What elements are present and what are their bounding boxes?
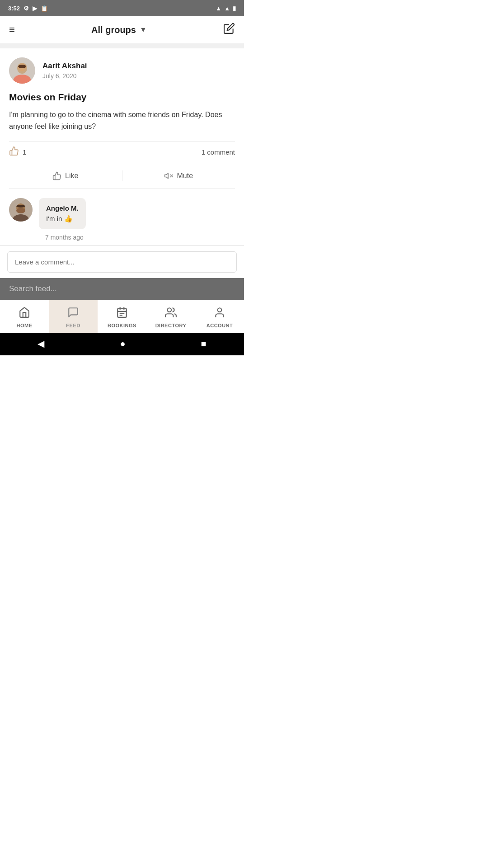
comment-author: Angelo M. <box>46 204 79 212</box>
home-icon <box>19 307 30 321</box>
svg-point-20 <box>218 308 222 312</box>
like-button-label: Like <box>65 172 78 180</box>
nav-directory[interactable]: DIRECTORY <box>146 300 195 333</box>
home-button[interactable]: ● <box>120 339 125 349</box>
settings-icon: ⚙ <box>23 5 29 12</box>
post-title: Movies on Friday <box>9 92 235 103</box>
nav-directory-label: DIRECTORY <box>155 323 187 328</box>
svg-point-11 <box>16 208 25 213</box>
account-icon <box>214 307 225 321</box>
post-header: Aarit Akshai July 6, 2020 <box>9 57 235 84</box>
groups-label: All groups <box>91 25 136 35</box>
comment-text: I'm in 👍 <box>46 215 79 223</box>
play-icon: ▶ <box>33 5 37 12</box>
post-meta: Aarit Akshai July 6, 2020 <box>42 61 87 80</box>
nav-feed[interactable]: FEED <box>49 300 98 333</box>
nav-bookings[interactable]: BOOKINGS <box>98 300 146 333</box>
battery-icon: ▮ <box>233 5 236 12</box>
clipboard-icon: 📋 <box>41 5 48 12</box>
mute-button[interactable]: Mute <box>122 165 235 187</box>
signal-icon: ▲ <box>224 5 230 12</box>
author-avatar <box>9 57 35 84</box>
like-thumb-icon <box>9 146 19 158</box>
svg-point-19 <box>167 308 171 312</box>
svg-point-12 <box>16 205 25 208</box>
top-bar: ≡ All groups ▼ <box>0 16 244 44</box>
commenter-avatar <box>9 198 33 222</box>
status-time: 3:52 <box>8 5 20 12</box>
comment-input[interactable] <box>7 251 237 273</box>
comment-bubble: Angelo M. I'm in 👍 <box>39 198 86 229</box>
post-container: Aarit Akshai July 6, 2020 Movies on Frid… <box>0 48 244 189</box>
status-bar: 3:52 ⚙ ▶ 📋 ▲ ▲ ▮ <box>0 0 244 16</box>
comment-section: Angelo M. I'm in 👍 <box>0 189 244 229</box>
nav-bookings-label: BOOKINGS <box>108 323 136 328</box>
comment-count: 1 comment <box>202 148 235 156</box>
like-row: 1 1 comment <box>9 141 235 163</box>
action-row: Like Mute <box>9 163 235 189</box>
directory-icon <box>165 307 177 321</box>
svg-rect-13 <box>117 309 127 318</box>
wifi-icon: ▲ <box>216 5 221 12</box>
search-placeholder: Search feed... <box>9 284 57 293</box>
like-count: 1 <box>9 146 26 158</box>
system-nav: ◀ ● ■ <box>0 333 244 355</box>
like-number: 1 <box>23 148 26 156</box>
svg-point-4 <box>18 65 26 68</box>
post-body: I'm planning to go to the cinema with so… <box>9 109 235 132</box>
nav-feed-label: FEED <box>66 323 80 328</box>
like-button[interactable]: Like <box>9 165 122 187</box>
search-bar[interactable]: Search feed... <box>0 278 244 300</box>
nav-account[interactable]: ACCOUNT <box>195 300 244 333</box>
groups-title[interactable]: All groups ▼ <box>91 25 147 35</box>
bottom-nav: HOME FEED BOOKINGS <box>0 300 244 333</box>
post-date: July 6, 2020 <box>42 72 87 80</box>
compose-icon[interactable] <box>223 23 235 37</box>
nav-account-label: ACCOUNT <box>206 323 233 328</box>
nav-home[interactable]: HOME <box>0 300 49 333</box>
dropdown-arrow-icon: ▼ <box>140 26 147 34</box>
feed-icon <box>67 307 79 321</box>
menu-icon[interactable]: ≡ <box>9 24 15 36</box>
bookings-icon <box>116 307 128 321</box>
post-author-name: Aarit Akshai <box>42 61 87 71</box>
recents-button[interactable]: ■ <box>201 339 206 349</box>
comment-input-row <box>0 245 244 278</box>
comment-time: 7 months ago <box>36 229 244 245</box>
back-button[interactable]: ◀ <box>38 338 44 349</box>
section-divider <box>0 44 244 48</box>
svg-marker-5 <box>165 173 169 179</box>
mute-button-label: Mute <box>177 172 193 180</box>
nav-home-label: HOME <box>17 323 33 328</box>
